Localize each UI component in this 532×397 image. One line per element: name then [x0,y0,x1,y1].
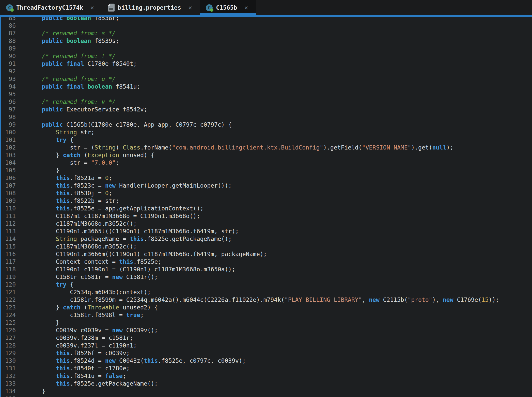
line-number: 96 [1,98,24,106]
code-line[interactable]: 104 str = "7.0.0"; [1,159,532,167]
code-line[interactable]: 85 public boolean f8538r; [1,15,532,22]
code-text: this.f8541u = false; [24,372,126,380]
code-line[interactable]: 119 C1581r c1581r = new C1581r(); [1,273,532,281]
line-number: 91 [1,60,24,68]
code-text: this.f8521a = 0; [24,174,112,182]
line-number: 86 [1,22,24,29]
line-number: 126 [1,326,24,334]
code-line[interactable]: 109 this.f8522b = str; [1,197,532,205]
line-number: 129 [1,349,24,357]
code-line[interactable]: 107 this.f8523c = new Handler(Looper.get… [1,182,532,189]
code-text: } [24,167,59,174]
line-number: 122 [1,296,24,304]
code-line[interactable]: 102 str = (String) Class.forName("com.an… [1,144,532,151]
code-line[interactable]: 117 Context context = this.f8525e; [1,258,532,266]
close-icon[interactable]: ✕ [90,5,94,11]
code-line[interactable]: 131 this.f8540t = c1780e; [1,365,532,372]
code-text: C1187m1 c1187m1M3668o = C1190n1.m3668o()… [24,212,200,220]
code-text: } catch (Exception unused) { [24,151,154,159]
code-line[interactable]: 108 this.f8530j = 0; [1,189,532,197]
line-number: 101 [1,136,24,144]
line-number: 99 [1,121,24,128]
code-line[interactable]: 121 C2534q.m6043b(context); [1,288,532,296]
line-number: 87 [1,29,24,37]
code-line[interactable]: 127 c0039v.f238m = c1581r; [1,334,532,342]
code-line[interactable]: 95 [1,90,532,98]
code-line[interactable]: 123 } catch (Throwable unused2) { [1,304,532,311]
code-line[interactable]: 94 public final boolean f8541u; [1,83,532,90]
code-text [24,22,28,29]
code-line[interactable]: 86 [1,22,532,29]
close-icon[interactable]: ✕ [244,5,248,11]
properties-file-icon [108,4,115,12]
code-line[interactable]: 118 C1190n1 c1190n1 = (C1190n1) c1187m1M… [1,266,532,273]
code-line[interactable]: 125 } [1,319,532,326]
tab-c1565b-active[interactable]: C C1565b ✕ [200,0,256,15]
code-line[interactable]: 101 try { [1,136,532,144]
code-text [24,395,28,397]
code-line[interactable]: 124 c1581r.f8598l = true; [1,311,532,319]
code-line[interactable]: 122 c1581r.f8599m = C2534q.m6042a().m604… [1,296,532,304]
line-number: 127 [1,334,24,342]
line-number: 117 [1,258,24,266]
code-line[interactable]: 114 String packageName = this.f8525e.get… [1,235,532,243]
code-line[interactable]: 103 } catch (Exception unused) { [1,151,532,159]
code-line[interactable]: 88 public boolean f8539s; [1,37,532,45]
code-line[interactable]: 96 /* renamed from: v */ [1,98,532,106]
code-text: public final C1780e f8540t; [24,60,137,68]
code-text: C1190n1 c1190n1 = (C1190n1) c1187m1M3668… [24,266,235,273]
line-number: 105 [1,167,24,174]
line-number: 123 [1,304,24,311]
code-text: public ExecutorService f8542v; [24,106,147,113]
code-line[interactable]: 90 /* renamed from: t */ [1,52,532,60]
code-line[interactable]: 105 } [1,167,532,174]
line-number: 132 [1,372,24,380]
code-editor-panel[interactable]: 85 public boolean f8538r;8687 /* renamed… [0,15,532,397]
code-text: c0039v.f237l = c1190n1; [24,342,137,349]
code-line[interactable]: 129 this.f8526f = c0039v; [1,349,532,357]
code-text: public boolean f8539s; [24,37,119,45]
code-line[interactable]: 111 C1187m1 c1187m1M3668o = C1190n1.m366… [1,212,532,220]
code-line[interactable]: 133 this.f8525e.getPackageName(); [1,380,532,387]
code-line[interactable]: 110 this.f8525e = app.getApplicationCont… [1,205,532,212]
code-line[interactable]: 116 C1190n1.m3666m((C1190n1) c1187m1M366… [1,250,532,258]
code-text: public final boolean f8541u; [24,83,140,90]
line-number: 104 [1,159,24,167]
code-text: c1187m1M3668o.m3652c(); [24,220,137,227]
line-number: 100 [1,128,24,136]
code-text [24,68,28,75]
line-number: 113 [1,227,24,235]
code-line[interactable]: 92 [1,68,532,75]
tab-billing-properties[interactable]: billing.properties ✕ [102,0,200,15]
code-line[interactable]: 130 this.f8524d = new C0043z(this.f8525e… [1,357,532,365]
code-text: public boolean f8538r; [24,15,119,22]
code-line[interactable]: 112 c1187m1M3668o.m3652c(); [1,220,532,227]
code-line[interactable]: 115 c1187m1M3668o.m3652c(); [1,243,532,250]
code-line[interactable]: 134 } [1,387,532,395]
code-line[interactable]: 100 String str; [1,128,532,136]
code-line[interactable]: 135 [1,395,532,397]
line-number: 133 [1,380,24,387]
line-number: 124 [1,311,24,319]
tab-threadfactory[interactable]: C ThreadFactoryC1574k ✕ [0,0,102,15]
code-line[interactable]: 126 C0039v c0039v = new C0039v(); [1,326,532,334]
line-number: 90 [1,52,24,60]
code-line[interactable]: 91 public final C1780e f8540t; [1,60,532,68]
code-line[interactable]: 93 /* renamed from: u */ [1,75,532,83]
code-line[interactable]: 128 c0039v.f237l = c1190n1; [1,342,532,349]
code-line[interactable]: 106 this.f8521a = 0; [1,174,532,182]
code-line[interactable]: 99 public C1565b(C1780e c1780e, App app,… [1,121,532,128]
code-text: c1187m1M3668o.m3652c(); [24,243,137,250]
class-icon-green-dot [10,8,14,12]
code-text: C0039v c0039v = new C0039v(); [24,326,158,334]
tab-label: billing.properties [118,4,181,11]
code-line[interactable]: 89 [1,45,532,52]
code-line[interactable]: 120 try { [1,281,532,288]
close-icon[interactable]: ✕ [189,5,192,11]
code-line[interactable]: 97 public ExecutorService f8542v; [1,106,532,113]
code-line[interactable]: 98 [1,113,532,121]
line-number: 130 [1,357,24,365]
code-line[interactable]: 87 /* renamed from: s */ [1,29,532,37]
code-line[interactable]: 113 C1190n1.m3665l((C1190n1) c1187m1M366… [1,227,532,235]
code-line[interactable]: 132 this.f8541u = false; [1,372,532,380]
